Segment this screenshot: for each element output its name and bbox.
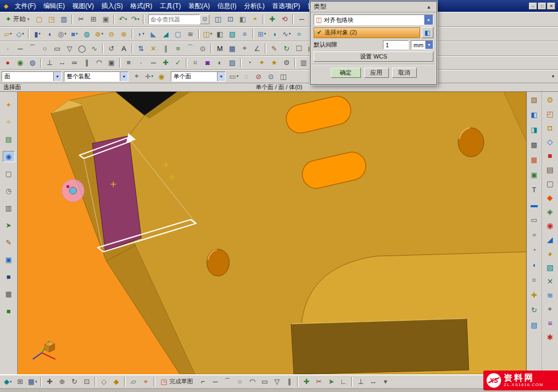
menu-format[interactable]: 格式(R) [127,0,156,12]
point-tool-icon[interactable]: ∙ [2,43,14,54]
true-shading-icon[interactable]: ◨ [528,124,540,135]
pattern-feature-icon[interactable]: ⊞▾ [256,28,268,40]
measure-tool-icon[interactable]: ⌖ [544,303,556,315]
intersect-icon[interactable]: ⊗ [118,28,130,40]
variational-sweep-icon[interactable]: ≈ [293,28,305,40]
style-icon[interactable]: ◙ [201,57,214,68]
zoom-view-icon[interactable]: ⊕ [56,376,68,387]
rectangle-tool-icon[interactable]: ▭ [51,43,63,54]
dropdown-arrow-icon[interactable]: ▾ [142,32,144,36]
measure-angle-icon[interactable]: ∠ [251,43,263,54]
bridge-curve-icon[interactable]: ⌒ [184,43,197,54]
hole-shortcut-icon[interactable]: ◘ [544,122,556,133]
qualify-selection-icon[interactable]: ⊙ [265,71,277,82]
measure-distance-icon[interactable]: ⌖ [238,43,251,54]
general-selection-filter-icon[interactable]: ⌖ [131,71,143,82]
datum-plane-icon[interactable]: ◇▾ [14,28,26,40]
emboss-feature-icon[interactable]: ◉ [544,220,556,231]
background-icon[interactable]: ▨ [226,57,238,68]
process-studio-icon[interactable]: ▥ [3,202,15,214]
dropdown-arrow-icon[interactable]: ▾ [22,32,24,36]
dropdown-arrow-icon[interactable]: ▾ [236,74,238,78]
edit-parameters-icon[interactable]: ✎ [268,43,280,54]
extrude-shortcut-icon[interactable]: ◰ [544,108,556,119]
surface-analysis-icon[interactable]: ◔ [528,244,540,256]
selection-widget-button[interactable]: ◧ [422,27,433,38]
ray-traced-studio-icon[interactable]: ▩ [528,139,540,150]
collapse-group-icon[interactable]: ▲ [424,4,433,10]
pan-view-icon[interactable]: ✚ [44,376,56,387]
shaded-mode-icon[interactable]: ◆ [110,376,122,387]
select-object-row[interactable]: ✔ 选择对象 (2) [314,27,420,38]
sketch-dimensions-icon[interactable]: ↔ [367,376,379,387]
menu-insert[interactable]: 插入(S) [98,0,127,12]
wireframe-mode-icon[interactable]: ◇ [98,376,110,387]
sketch-fillet-icon[interactable]: ◠ [246,376,258,387]
sketch-line-icon[interactable]: ─ [209,376,221,387]
dropdown-arrow-icon[interactable]: ▾ [125,17,127,21]
close-button[interactable]: ✕ [547,3,555,10]
hole-icon[interactable]: ◎▾ [56,28,68,40]
note-icon[interactable]: ▢ [544,178,556,189]
chevron-down-icon[interactable]: ▼ [53,72,61,81]
type-dropdown[interactable]: ◫ 对齐包络块 ▼ [314,14,433,25]
offset-curve-icon[interactable]: ≡ [172,43,184,54]
minimize-button[interactable]: – [529,3,537,10]
view-section-icon[interactable]: ▬ [528,199,540,210]
decal-icon[interactable]: ▣ [528,169,540,180]
selection-depth-icon[interactable]: ◫ [277,71,289,82]
reuse-library-icon[interactable]: ◉ [3,151,15,162]
dropdown-arrow-icon[interactable]: ▾ [76,32,78,36]
dropdown-arrow-icon[interactable]: ▾ [264,32,266,36]
pocket-face[interactable] [291,318,469,374]
menu-information[interactable]: 信息(I) [214,0,240,12]
equal-constraint-icon[interactable]: ≡ [122,57,135,68]
circle-tool-icon[interactable]: ○ [39,43,51,54]
html-browser-icon[interactable]: ▢ [3,168,15,179]
subtract-icon[interactable]: ⊖ [105,28,118,40]
visual-effects-icon[interactable]: ✦ [256,57,268,68]
menu-preferences[interactable]: 首选项(P) [269,0,304,12]
shaded-display-icon[interactable]: ◧ [236,13,249,25]
trim-body-icon[interactable]: ◫▾ [201,28,214,40]
polygon-tool-icon[interactable]: ▽ [63,43,76,54]
menu-analysis[interactable]: 分析(L) [240,0,269,12]
history-palette-icon[interactable]: ◷ [3,185,15,197]
display-mode-icon[interactable]: ▦▾ [26,376,39,387]
sketch-rectangle-icon[interactable]: ▭ [258,376,271,387]
lasso-select-icon[interactable]: ◌ [240,71,252,82]
tile-windows-icon[interactable]: ⊞ [14,376,26,387]
sketch-arc-icon[interactable]: ⌒ [221,376,234,387]
unit-dropdown[interactable]: mm ▼ [411,40,433,49]
dropdown-arrow-icon[interactable]: ▾ [39,32,41,36]
layer-settings-icon[interactable]: ◍ [26,57,39,68]
draft-face-icon[interactable]: ◢ [544,234,556,245]
dropdown-arrow-icon[interactable]: ▾ [64,32,67,36]
chevron-down-icon[interactable]: ▼ [425,41,433,49]
pocket-feature-icon[interactable]: ◈ [544,206,556,217]
menu-tools[interactable]: 工具(T) [156,0,184,12]
dropdown-arrow-icon[interactable]: ▾ [10,32,12,36]
menu-view[interactable]: 视图(V) [69,0,98,12]
sheet-body-icon[interactable]: ▤ [544,164,556,175]
dropdown-arrow-icon[interactable]: ▾ [137,17,140,21]
dropdown-arrow-icon[interactable]: ▾ [151,74,154,78]
make-corner-icon[interactable]: ∟ [337,376,350,387]
dropdown-arrow-icon[interactable]: ▾ [289,32,291,36]
highlight-icon[interactable]: ◉ [155,71,168,82]
sketch-polygon-icon[interactable]: ▽ [271,376,283,387]
extrude-icon[interactable]: ▮▾ [31,28,44,40]
work-layer-icon[interactable]: ● [2,57,14,68]
tangent-constraint-icon[interactable]: ◠ [93,57,105,68]
high-quality-image-icon[interactable]: ★ [268,57,280,68]
performance-icon[interactable]: ⚙ [280,57,293,68]
auto-constrain-icon[interactable]: ✚ [160,57,172,68]
menu-file[interactable]: 文件(F) [11,0,39,12]
offset-surface-icon[interactable]: ≡ [238,28,251,40]
snap-point-toggle-icon[interactable]: ✛▾ [143,71,155,82]
magnet-snap-icon[interactable]: ⌖ [140,376,152,387]
reflection-analysis-icon[interactable]: ◖ [528,259,540,271]
red-block-icon[interactable]: ■ [544,150,556,161]
wcs-display-icon[interactable]: ✚ [528,289,540,301]
apply-button[interactable]: 应用 [364,68,389,78]
